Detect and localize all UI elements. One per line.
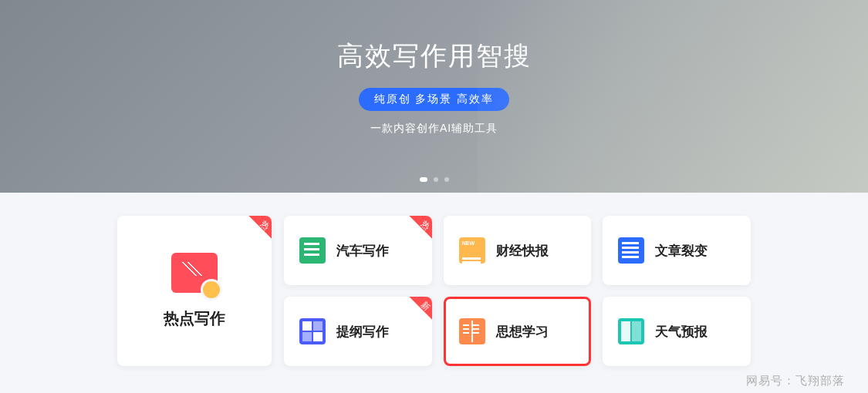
news-orange-icon: [459, 237, 485, 264]
watermark-text: 网易号：飞翔部落: [746, 374, 845, 388]
card-weather-forecast[interactable]: 天气预报: [603, 297, 751, 366]
hero-badge: 纯原创 多场景 高效率: [359, 88, 510, 111]
cards-grid: 热 汽车写作 财经快报 文章裂变 新 提纲写作 思想学习: [284, 216, 751, 366]
book-orange-icon: [459, 318, 485, 344]
card-label: 提纲写作: [336, 323, 389, 341]
featured-card-label: 热点写作: [164, 308, 225, 329]
carousel-dot-1[interactable]: [420, 177, 427, 182]
hot-badge-icon: 热: [400, 216, 432, 248]
card-thought-study[interactable]: 思想学习: [444, 297, 592, 366]
chart-fire-icon: [171, 253, 218, 293]
hero-banner: 高效写作用智搜 纯原创 多场景 高效率 一款内容创作AI辅助工具: [0, 0, 868, 193]
card-label: 思想学习: [496, 323, 549, 341]
card-car-writing[interactable]: 热 汽车写作: [284, 216, 432, 285]
panel-teal-icon: [618, 318, 644, 344]
doc-blue-icon: [618, 237, 644, 264]
book-green-icon: [299, 237, 326, 264]
card-label: 天气预报: [655, 323, 708, 341]
carousel-dot-2[interactable]: [434, 177, 438, 182]
card-article-split[interactable]: 文章裂变: [603, 216, 751, 285]
carousel-dots[interactable]: [420, 177, 449, 182]
card-label: 文章裂变: [655, 242, 708, 260]
hero-subtitle: 一款内容创作AI辅助工具: [370, 122, 498, 136]
cards-section: 热 热点写作 热 汽车写作 财经快报 文章裂变 新 提纲写作: [0, 193, 868, 366]
hero-title: 高效写作用智搜: [337, 39, 532, 74]
card-finance-news[interactable]: 财经快报: [444, 216, 592, 285]
featured-card-hotspot-writing[interactable]: 热 热点写作: [117, 216, 272, 366]
grid-purple-icon: [299, 318, 326, 344]
carousel-dot-3[interactable]: [444, 177, 449, 182]
card-outline-writing[interactable]: 新 提纲写作: [284, 297, 432, 366]
new-badge-icon: 新: [400, 297, 432, 329]
hot-badge-icon: 热: [239, 216, 272, 248]
card-label: 财经快报: [496, 242, 549, 260]
card-label: 汽车写作: [336, 242, 389, 260]
